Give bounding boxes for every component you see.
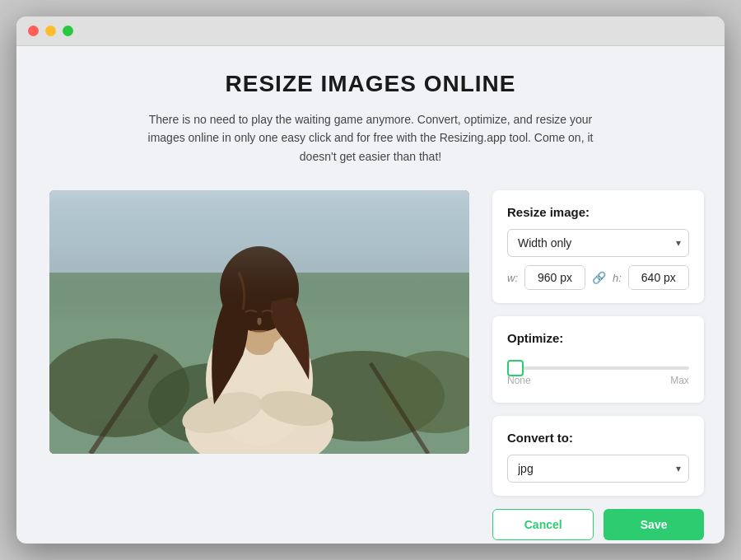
width-input[interactable] (525, 266, 585, 289)
resize-card: Resize image: Width only Height only Wid… (492, 190, 704, 303)
link-icon[interactable]: 🔗 (592, 271, 606, 284)
slider-min-label: None (507, 375, 531, 386)
image-preview (49, 190, 469, 454)
height-input-wrap (628, 265, 689, 290)
page-title: RESIZE IMAGES ONLINE (226, 71, 516, 97)
convert-format-wrapper[interactable]: jpg png webp gif bmp ▾ (507, 455, 689, 483)
convert-format-select[interactable]: jpg png webp gif bmp (507, 455, 689, 483)
slider-max-label: Max (670, 375, 689, 386)
maximize-button[interactable] (63, 26, 73, 36)
optimize-slider[interactable] (507, 366, 689, 370)
resize-label: Resize image: (507, 205, 689, 219)
svg-rect-15 (49, 190, 469, 322)
resize-mode-wrapper[interactable]: Width only Height only Width & Height Pe… (507, 229, 689, 257)
photo-svg (49, 190, 469, 454)
width-input-wrap (524, 265, 585, 290)
main-area: Resize image: Width only Height only Wid… (49, 190, 692, 540)
cancel-button[interactable]: Cancel (492, 509, 594, 540)
height-input[interactable] (629, 266, 688, 289)
minimize-button[interactable] (45, 26, 56, 36)
convert-label: Convert to: (507, 431, 689, 445)
app-window: RESIZE IMAGES ONLINE There is no need to… (16, 16, 725, 544)
close-button[interactable] (28, 26, 39, 36)
optimize-slider-wrap: None Max (507, 355, 689, 390)
optimize-label: Optimize: (507, 331, 689, 345)
slider-labels: None Max (507, 375, 689, 386)
right-panel: Resize image: Width only Height only Wid… (492, 190, 704, 540)
titlebar (16, 16, 725, 46)
save-button[interactable]: Save (604, 509, 703, 540)
width-label: w: (507, 272, 518, 284)
convert-card: Convert to: jpg png webp gif bmp ▾ (492, 416, 704, 496)
optimize-card: Optimize: None Max (492, 316, 704, 403)
main-content: RESIZE IMAGES ONLINE There is no need to… (16, 46, 725, 544)
resize-mode-select[interactable]: Width only Height only Width & Height Pe… (507, 229, 689, 257)
photo-canvas (49, 190, 469, 454)
dimensions-row: w: 🔗 h: (507, 265, 689, 290)
page-subtitle: There is no need to play the waiting gam… (140, 110, 601, 166)
height-label: h: (613, 272, 622, 284)
action-row: Cancel Save (492, 509, 704, 540)
